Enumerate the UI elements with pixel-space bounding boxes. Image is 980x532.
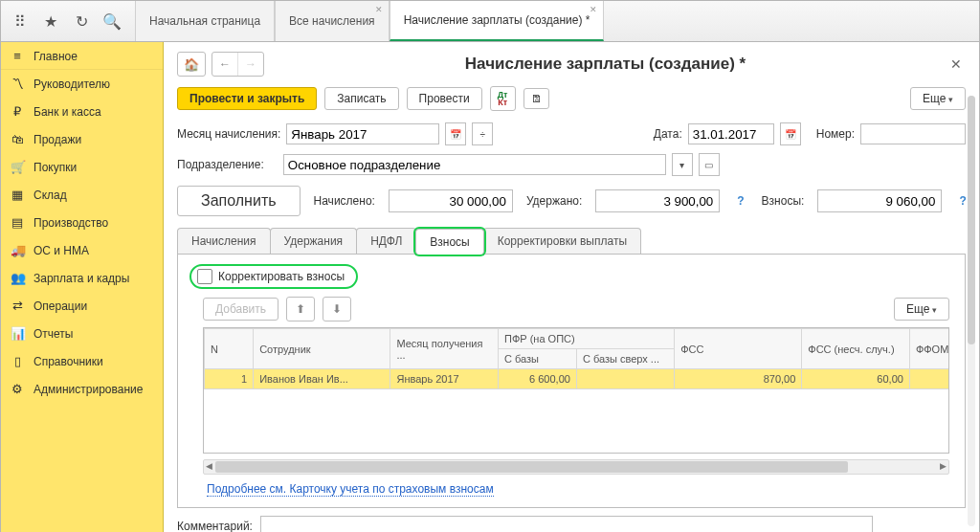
sidebar-item-admin[interactable]: ⚙Администрирование xyxy=(1,375,163,403)
col-employee[interactable]: Сотрудник xyxy=(254,329,390,369)
stepper-icon[interactable]: ÷ xyxy=(472,122,493,145)
attachment-button[interactable]: 🖺 xyxy=(523,88,549,109)
sidebar-item-label: Продажи xyxy=(33,133,81,146)
close-page-button[interactable]: ✕ xyxy=(947,56,966,72)
number-input[interactable] xyxy=(860,123,966,144)
sidebar-item-bank[interactable]: ₽Банк и касса xyxy=(1,98,163,125)
calendar-icon[interactable]: 📅 xyxy=(445,122,466,145)
close-icon[interactable]: ✕ xyxy=(590,5,597,14)
sidebar-item-catalogs[interactable]: ▯Справочники xyxy=(1,347,163,375)
post-and-close-button[interactable]: Провести и закрыть xyxy=(177,87,317,110)
date-input[interactable] xyxy=(688,123,774,144)
sidebar-item-sales[interactable]: 🛍Продажи xyxy=(1,125,163,153)
sidebar-item-production[interactable]: ▤Производство xyxy=(1,209,163,236)
sidebar-item-purchases[interactable]: 🛒Покупки xyxy=(1,153,163,181)
write-button[interactable]: Записать xyxy=(324,87,398,110)
sidebar-item-label: Руководителю xyxy=(33,78,110,91)
contributions-panel: Корректировать взносы Добавить ⬆ ⬇ Еще xyxy=(177,255,966,508)
vertical-scrollbar[interactable] xyxy=(968,96,975,526)
fill-button[interactable]: Заполнить xyxy=(177,186,301,216)
tab-start-page[interactable]: Начальная страница xyxy=(135,1,275,41)
sidebar-item-manager[interactable]: 〽Руководителю xyxy=(1,70,163,98)
sidebar-item-payroll[interactable]: 👥Зарплата и кадры xyxy=(1,264,163,292)
dt-kt-button[interactable]: ДтКт xyxy=(490,86,516,111)
col-pfr-over[interactable]: С базы сверх ... xyxy=(576,349,674,369)
cell-fss: 870,00 xyxy=(675,369,802,389)
bar-chart-icon: 📊 xyxy=(11,326,24,341)
withheld-field[interactable] xyxy=(595,189,720,212)
correct-contrib-checkbox[interactable] xyxy=(197,269,212,284)
book-icon: ▯ xyxy=(11,354,24,368)
cell-pfr-base: 6 600,00 xyxy=(499,369,577,389)
back-button[interactable]: ← xyxy=(212,53,238,76)
history-icon[interactable]: ↻ xyxy=(66,6,97,36)
col-pfr[interactable]: ПФР (на ОПС) xyxy=(499,329,675,349)
truck-icon: 🚚 xyxy=(11,243,24,257)
search-icon[interactable]: 🔍 xyxy=(97,6,127,36)
scroll-left-icon[interactable]: ◀ xyxy=(206,461,212,471)
calendar-icon[interactable]: 📅 xyxy=(780,122,801,145)
tab-withholdings[interactable]: Удержания xyxy=(270,228,358,254)
department-input[interactable] xyxy=(283,154,666,175)
accrued-field[interactable] xyxy=(389,189,513,212)
add-row-button[interactable]: Добавить xyxy=(203,298,278,321)
move-up-button[interactable]: ⬆ xyxy=(286,297,315,321)
help-icon[interactable]: ? xyxy=(733,194,747,208)
col-n[interactable]: N xyxy=(205,329,254,369)
move-down-button[interactable]: ⬇ xyxy=(323,297,351,321)
contributions-grid[interactable]: N Сотрудник Месяц получения ... ПФР (на … xyxy=(203,327,949,454)
col-pfr-base[interactable]: С базы xyxy=(499,349,577,369)
col-fss[interactable]: ФСС xyxy=(675,329,802,369)
chart-line-icon: 〽 xyxy=(11,77,24,91)
tab-accruals[interactable]: Начисления xyxy=(177,228,271,254)
contrib-field[interactable] xyxy=(817,189,942,212)
sidebar-item-label: Отчеты xyxy=(33,327,73,341)
number-label: Номер: xyxy=(816,127,855,141)
sidebar-item-assets[interactable]: 🚚ОС и НМА xyxy=(1,236,163,264)
open-ref-icon[interactable]: ▭ xyxy=(699,153,720,176)
scroll-thumb[interactable] xyxy=(215,461,848,473)
col-ffoms[interactable]: ФФОМС xyxy=(909,329,949,369)
forward-button[interactable]: → xyxy=(238,53,263,76)
scroll-thumb[interactable] xyxy=(968,96,975,344)
tab-contributions[interactable]: Взносы xyxy=(415,229,483,255)
col-month[interactable]: Месяц получения ... xyxy=(390,329,499,369)
home-button[interactable]: 🏠 xyxy=(177,52,206,77)
dropdown-icon[interactable]: ▾ xyxy=(672,153,693,176)
operations-icon: ⇄ xyxy=(11,299,24,313)
table-row[interactable]: 1 Иванов Иван Ив... Январь 2017 6 600,00… xyxy=(205,369,950,389)
post-button[interactable]: Провести xyxy=(407,87,482,110)
tab-corrections[interactable]: Корректировки выплаты xyxy=(483,228,641,254)
cell-employee: Иванов Иван Ив... xyxy=(254,369,390,389)
sidebar-item-operations[interactable]: ⇄Операции xyxy=(1,292,163,320)
favorites-star-icon[interactable]: ★ xyxy=(35,6,66,36)
horizontal-scrollbar[interactable]: ◀ ▶ xyxy=(203,459,949,475)
apps-grid-icon[interactable]: ⠿ xyxy=(5,6,35,36)
history-nav: ← → xyxy=(212,52,264,77)
comment-input[interactable] xyxy=(260,516,873,532)
sidebar-item-label: Банк и касса xyxy=(33,105,101,119)
tab-ndfl[interactable]: НДФЛ xyxy=(356,228,416,254)
close-icon[interactable]: ✕ xyxy=(375,5,383,14)
tab-payroll-create[interactable]: Начисление зарплаты (создание) *✕ xyxy=(390,1,605,41)
cell-pfr-over xyxy=(576,369,674,389)
factory-icon: ▤ xyxy=(11,215,24,230)
sidebar-item-label: Зарплата и кадры xyxy=(33,272,129,285)
more-button[interactable]: Еще xyxy=(910,87,966,110)
people-icon: 👥 xyxy=(11,271,24,285)
cart-icon: 🛒 xyxy=(11,160,24,174)
sidebar-item-main[interactable]: ≡Главное xyxy=(1,42,163,70)
month-label: Месяц начисления: xyxy=(177,127,280,141)
sidebar-item-reports[interactable]: 📊Отчеты xyxy=(1,320,163,347)
sidebar-item-label: ОС и НМА xyxy=(33,244,89,257)
month-input[interactable] xyxy=(286,123,439,144)
sidebar-item-warehouse[interactable]: ▦Склад xyxy=(1,181,163,209)
scroll-right-icon[interactable]: ▶ xyxy=(940,461,947,471)
table-more-button[interactable]: Еще xyxy=(894,298,949,321)
details-link[interactable]: Подробнее см. Карточку учета по страховы… xyxy=(207,482,494,497)
tab-all-accruals[interactable]: Все начисления✕ xyxy=(275,1,390,41)
ruble-icon: ₽ xyxy=(11,104,24,119)
col-fss-ns[interactable]: ФСС (несч. случ.) xyxy=(802,329,910,369)
sidebar-item-label: Производство xyxy=(33,216,108,230)
cell-n: 1 xyxy=(205,369,254,389)
